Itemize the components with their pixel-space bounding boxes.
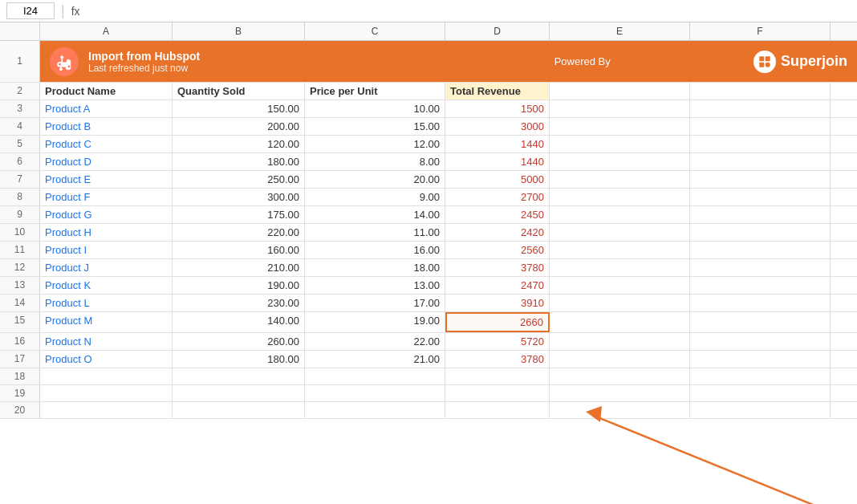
cell-product-name[interactable]: Product B xyxy=(40,118,173,135)
cell-price[interactable]: 20.00 xyxy=(305,171,445,188)
cell-quantity[interactable]: 150.00 xyxy=(173,100,305,117)
cell-revenue[interactable]: 1440 xyxy=(445,153,550,170)
col-header-e[interactable]: E xyxy=(550,22,690,40)
table-row[interactable]: 11 Product I 160.00 16.00 2560 xyxy=(0,242,857,259)
cell-quantity[interactable]: 200.00 xyxy=(173,118,305,135)
table-row[interactable]: 4 Product B 200.00 15.00 3000 xyxy=(0,118,857,136)
cell-quantity[interactable]: 180.00 xyxy=(173,351,305,368)
cell-price[interactable]: 10.00 xyxy=(305,100,445,117)
formula-input[interactable] xyxy=(87,5,851,17)
cell-quantity[interactable]: 220.00 xyxy=(173,224,305,241)
cell-product-name[interactable]: Product E xyxy=(40,171,173,188)
col-d-header[interactable]: Total Revenue xyxy=(445,83,550,100)
cell-revenue[interactable]: 3910 xyxy=(445,295,550,311)
col-b-header[interactable]: Quantity Sold xyxy=(173,83,305,100)
cell-price[interactable]: 13.00 xyxy=(305,277,445,294)
cell-product-name[interactable]: Product A xyxy=(40,100,173,117)
table-row[interactable]: 10 Product H 220.00 11.00 2420 xyxy=(0,224,857,242)
cell-revenue[interactable]: 5720 xyxy=(445,333,550,350)
cell-price[interactable]: 19.00 xyxy=(305,312,445,332)
cell-product-name[interactable]: Product N xyxy=(40,333,173,350)
cell-quantity[interactable]: 120.00 xyxy=(173,136,305,152)
cell-revenue[interactable]: 2700 xyxy=(445,189,550,205)
cell-revenue[interactable]: 3000 xyxy=(445,118,550,135)
cell-price[interactable]: 15.00 xyxy=(305,118,445,135)
cell-price[interactable]: 17.00 xyxy=(305,295,445,311)
cell-revenue[interactable] xyxy=(445,368,550,384)
cell-price[interactable]: 22.00 xyxy=(305,333,445,350)
cell-price[interactable]: 11.00 xyxy=(305,224,445,241)
table-row[interactable]: 17 Product O 180.00 21.00 3780 xyxy=(0,351,857,368)
cell-price[interactable]: 14.00 xyxy=(305,206,445,223)
table-row[interactable]: 14 Product L 230.00 17.00 3910 xyxy=(0,295,857,312)
cell-revenue[interactable]: 2470 xyxy=(445,277,550,294)
cell-quantity[interactable] xyxy=(173,402,305,418)
table-row[interactable]: 3 Product A 150.00 10.00 1500 xyxy=(0,100,857,118)
table-row[interactable]: 5 Product C 120.00 12.00 1440 xyxy=(0,136,857,153)
cell-quantity[interactable]: 190.00 xyxy=(173,277,305,294)
cell-quantity[interactable]: 175.00 xyxy=(173,206,305,223)
cell-revenue[interactable]: 2450 xyxy=(445,206,550,223)
cell-quantity[interactable]: 260.00 xyxy=(173,333,305,350)
cell-price[interactable]: 9.00 xyxy=(305,189,445,205)
col-header-a[interactable]: A xyxy=(40,22,173,40)
table-row[interactable]: 8 Product F 300.00 9.00 2700 xyxy=(0,189,857,206)
cell-price[interactable]: 21.00 xyxy=(305,351,445,368)
cell-revenue[interactable]: 1500 xyxy=(445,100,550,117)
table-row[interactable]: 20 xyxy=(0,402,857,419)
cell-revenue[interactable]: 1440 xyxy=(445,136,550,152)
cell-product-name[interactable]: Product O xyxy=(40,351,173,368)
cell-quantity[interactable]: 250.00 xyxy=(173,171,305,188)
table-row[interactable]: 15 Product M 140.00 19.00 2660 xyxy=(0,312,857,333)
cell-price[interactable]: 8.00 xyxy=(305,153,445,170)
cell-revenue[interactable]: 2660 xyxy=(445,312,550,332)
cell-product-name[interactable]: Product J xyxy=(40,259,173,276)
table-row[interactable]: 6 Product D 180.00 8.00 1440 xyxy=(0,153,857,171)
cell-product-name[interactable]: Product K xyxy=(40,277,173,294)
cell-product-name[interactable] xyxy=(40,385,173,401)
cell-quantity[interactable]: 210.00 xyxy=(173,259,305,276)
cell-price[interactable] xyxy=(305,368,445,384)
cell-product-name[interactable]: Product F xyxy=(40,189,173,205)
cell-revenue[interactable]: 3780 xyxy=(445,351,550,368)
cell-quantity[interactable] xyxy=(173,368,305,384)
cell-quantity[interactable]: 230.00 xyxy=(173,295,305,311)
col-a-header[interactable]: Product Name xyxy=(40,83,173,100)
cell-price[interactable] xyxy=(305,402,445,418)
col-c-header[interactable]: Price per Unit xyxy=(305,83,445,100)
cell-quantity[interactable]: 180.00 xyxy=(173,153,305,170)
cell-revenue[interactable]: 2560 xyxy=(445,242,550,258)
table-row[interactable]: 13 Product K 190.00 13.00 2470 xyxy=(0,277,857,295)
cell-product-name[interactable]: Product I xyxy=(40,242,173,258)
cell-revenue[interactable] xyxy=(445,402,550,418)
cell-price[interactable] xyxy=(305,385,445,401)
table-row[interactable]: 9 Product G 175.00 14.00 2450 xyxy=(0,206,857,224)
cell-quantity[interactable]: 160.00 xyxy=(173,242,305,258)
cell-product-name[interactable]: Product C xyxy=(40,136,173,152)
table-row[interactable]: 7 Product E 250.00 20.00 5000 xyxy=(0,171,857,189)
table-row[interactable]: 18 xyxy=(0,368,857,385)
table-row[interactable]: 12 Product J 210.00 18.00 3780 xyxy=(0,259,857,277)
cell-price[interactable]: 12.00 xyxy=(305,136,445,152)
cell-product-name[interactable]: Product L xyxy=(40,295,173,311)
cell-price[interactable]: 18.00 xyxy=(305,259,445,276)
col-header-f[interactable]: F xyxy=(690,22,831,40)
col-header-c[interactable]: C xyxy=(305,22,445,40)
cell-product-name[interactable]: Product G xyxy=(40,206,173,223)
cell-revenue[interactable]: 3780 xyxy=(445,259,550,276)
cell-revenue[interactable]: 2420 xyxy=(445,224,550,241)
table-row[interactable]: 16 Product N 260.00 22.00 5720 xyxy=(0,333,857,351)
cell-reference-box[interactable]: I24 xyxy=(6,2,55,19)
cell-revenue[interactable] xyxy=(445,385,550,401)
cell-product-name[interactable]: Product M xyxy=(40,312,173,332)
cell-product-name[interactable]: Product D xyxy=(40,153,173,170)
col-header-b[interactable]: B xyxy=(173,22,305,40)
cell-product-name[interactable]: Product H xyxy=(40,224,173,241)
cell-product-name[interactable] xyxy=(40,368,173,384)
cell-quantity[interactable]: 300.00 xyxy=(173,189,305,205)
cell-quantity[interactable] xyxy=(173,385,305,401)
col-header-d[interactable]: D xyxy=(445,22,550,40)
table-row[interactable]: 19 xyxy=(0,385,857,402)
cell-product-name[interactable] xyxy=(40,402,173,418)
cell-revenue[interactable]: 5000 xyxy=(445,171,550,188)
